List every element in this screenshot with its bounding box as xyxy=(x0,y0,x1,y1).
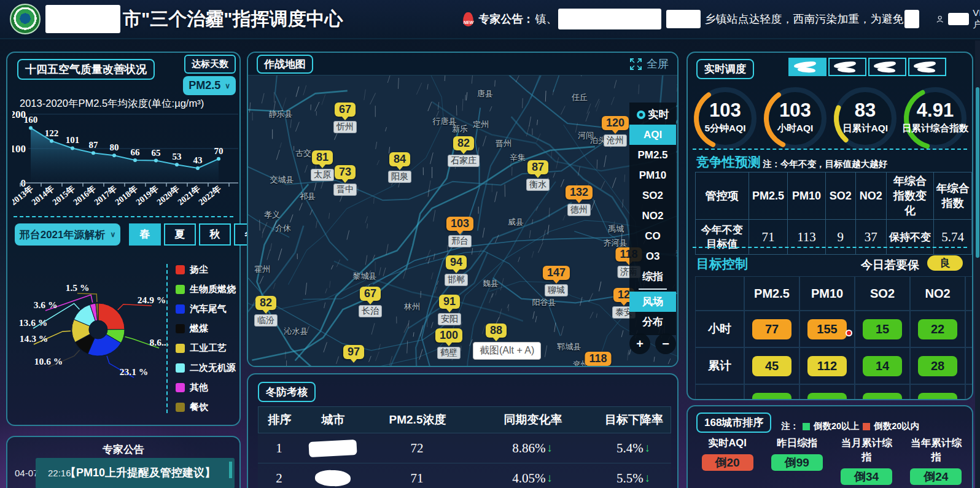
map-marker-太原[interactable]: 81太原 xyxy=(311,150,334,181)
legend-swatch xyxy=(176,285,185,294)
legend-swatch xyxy=(176,383,185,392)
source-pie-block: 24.9 %8.6...23.1 %10.6 %14.3 %13.6 %3.6 … xyxy=(7,255,239,422)
prediction-title: 竞争性预测 xyxy=(696,153,761,171)
scrollbar-thumb[interactable] xyxy=(976,87,979,258)
col-header-NO2: NO2 xyxy=(910,276,965,311)
svg-text:2015年: 2015年 xyxy=(51,184,77,207)
zoom-out-button[interactable]: − xyxy=(655,333,676,354)
value-badge: 77 xyxy=(752,319,791,339)
menu-divider xyxy=(639,289,667,290)
map-place-label: 沁水县 xyxy=(284,326,308,337)
season-tab-春[interactable]: 春 xyxy=(129,223,161,246)
map-marker-97[interactable]: 97 xyxy=(343,345,364,363)
value-badge xyxy=(807,393,847,401)
map-marker-晋中[interactable]: 73晋中 xyxy=(333,165,357,196)
standard-days-button[interactable]: 达标天数 xyxy=(184,55,236,74)
map-canvas[interactable]: 实时AQIPM2.5PM10SO2NO2COO3综指风场分布 + − 静乐县唐县… xyxy=(248,76,677,366)
legend-item-其他: 其他 xyxy=(176,382,236,393)
dispatch-tab-redacted[interactable] xyxy=(908,58,946,76)
announcement-redaction xyxy=(666,10,701,28)
map-marker-鹤壁[interactable]: 100鹤壁 xyxy=(435,328,462,359)
legend-label: 倒数20以内 xyxy=(874,420,919,432)
map-layer-实时[interactable]: 实时 xyxy=(629,104,676,125)
marker-city-label: 临汾 xyxy=(254,314,278,327)
layer-label: 综指 xyxy=(642,269,663,284)
dispatch-tab-redacted[interactable] xyxy=(788,58,826,76)
map-marker-德州[interactable]: 132德州 xyxy=(566,185,593,216)
page-scrollbar[interactable] xyxy=(975,41,980,488)
pie-legend: 扬尘生物质燃烧汽车尾气燃煤工业工艺二次无机源其他餐饮 xyxy=(166,264,236,413)
legend-label: 工业工艺 xyxy=(190,343,227,354)
announcement-text: 镇、 乡镇站点达轻度，西南污染加重，为避免 xyxy=(535,9,919,29)
map-marker-邢台[interactable]: 103邢台 xyxy=(446,217,473,247)
zoom-in-button[interactable]: + xyxy=(629,333,650,354)
map-marker-聊城[interactable]: 147聊城 xyxy=(543,266,570,296)
map-marker-石家庄[interactable]: 82石家庄 xyxy=(448,136,480,167)
dispatch-tab-redacted[interactable] xyxy=(828,58,866,76)
source-analysis-select[interactable]: 邢台2021年源解析 ∨ xyxy=(15,223,120,246)
marker-value: 67 xyxy=(360,287,381,301)
map-marker-沧州[interactable]: 120沧州 xyxy=(602,116,629,147)
gauge-value: 4.91 xyxy=(900,99,970,122)
value-badge: 112 xyxy=(807,356,847,376)
marker-city-label: 太原 xyxy=(311,169,334,181)
svg-text:53: 53 xyxy=(173,152,182,161)
season-tab-秋[interactable]: 秋 xyxy=(199,223,231,246)
map-layer-O3[interactable]: O3 xyxy=(629,246,676,266)
marker-value: 103 xyxy=(446,217,473,231)
map-layer-分布[interactable]: 分布 xyxy=(629,312,676,332)
map-layer-CO[interactable]: CO xyxy=(629,226,676,246)
marker-pointer-icon xyxy=(620,301,628,306)
map-layer-SO2[interactable]: SO2 xyxy=(629,185,676,206)
marker-city-label: 德州 xyxy=(567,204,591,216)
map-place-label: 孝义 xyxy=(264,209,280,220)
value-badge: 22 xyxy=(918,319,957,339)
map-marker-邯郸[interactable]: 94邯郸 xyxy=(445,255,468,286)
legend-label: 倒数20以上 xyxy=(814,420,859,432)
note-label: 注： xyxy=(781,420,799,432)
map-marker-忻州[interactable]: 67忻州 xyxy=(333,103,357,133)
top-header-bar: 市"三个治霾"指挥调度中心 NEW 专家公告： 镇、 乡镇站点达轻度，西南污染加… xyxy=(0,0,980,39)
map-place-label: 介休 xyxy=(275,223,291,234)
prediction-note: 注：今年不变，目标值越大越好 xyxy=(763,158,887,170)
map-marker-长治[interactable]: 67长治 xyxy=(359,287,382,317)
value-badge: 15 xyxy=(863,319,902,339)
legend-item-生物质燃烧: 生物质燃烧 xyxy=(176,284,236,295)
marker-city-label: 晋中 xyxy=(333,184,357,196)
yoy-cell: 4.05%↓ xyxy=(469,471,596,486)
map-marker-118[interactable]: 118 xyxy=(585,352,611,366)
map-layer-PM10[interactable]: PM10 xyxy=(629,165,676,185)
map-layer-NO2[interactable]: NO2 xyxy=(629,206,676,226)
map-place-label: 郓城县 xyxy=(558,341,581,352)
ranking-badge: 倒24 xyxy=(910,468,962,485)
screenshot-tooltip: 截图(Alt + A) xyxy=(473,342,541,360)
chevron-down-icon: ∨ xyxy=(225,82,230,90)
map-layer-PM2.5[interactable]: PM2.5 xyxy=(629,145,676,165)
map-place-label: 霍州 xyxy=(254,264,270,275)
map-marker-衡水[interactable]: 87衡水 xyxy=(526,160,550,191)
dispatch-tab-redacted[interactable] xyxy=(868,58,906,76)
marker-pointer-icon xyxy=(575,199,583,203)
fullscreen-button[interactable]: 全屏 xyxy=(630,56,669,71)
map-marker-临汾[interactable]: 82临汾 xyxy=(254,296,278,327)
value-cell: 1.4 xyxy=(965,311,973,347)
panel-title: 十四五空气质量改善状况 xyxy=(17,59,155,80)
map-layer-综指[interactable]: 综指 xyxy=(629,266,676,287)
expert-announcement-bar[interactable]: NEW 专家公告： 镇、 乡镇站点达轻度，西南污染加重，为避免 xyxy=(463,9,936,29)
pm25-trend-chart: 0100200160122101878066655343702013年2014年… xyxy=(12,108,242,216)
pollutant-select[interactable]: PM2.5 ∨ xyxy=(183,76,236,95)
announcement-item-text[interactable]: 【PM10上升提醒及管控建议】 xyxy=(65,465,216,480)
scrollbar-thumb[interactable] xyxy=(229,462,232,478)
marker-city-label: 鹤壁 xyxy=(437,347,461,359)
table-header-row: 排序 城市 PM2.5浓度 同期变化率 目标下降率 xyxy=(258,406,671,433)
map-layer-风场[interactable]: 风场 xyxy=(629,292,676,312)
legend-item-工业工艺: 工业工艺 xyxy=(176,343,236,354)
svg-text:2017年: 2017年 xyxy=(93,184,119,207)
season-tab-夏[interactable]: 夏 xyxy=(164,223,196,246)
user-menu[interactable]: VIP用户 ∨ xyxy=(936,7,980,31)
map-layer-AQI[interactable]: AQI xyxy=(629,125,676,145)
map-marker-阳泉[interactable]: 84阳泉 xyxy=(388,152,411,183)
col-header: 同期变化率 xyxy=(470,412,596,428)
map-marker-安阳[interactable]: 91安阳 xyxy=(438,295,461,325)
marker-value: 82 xyxy=(453,136,474,150)
